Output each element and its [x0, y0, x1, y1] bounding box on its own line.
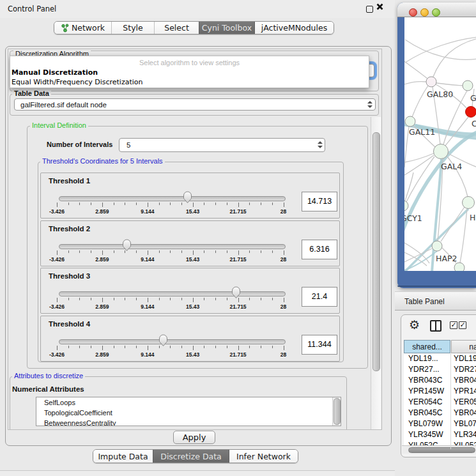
- minor-tick: [170, 250, 171, 253]
- float-window-icon[interactable]: [366, 6, 373, 13]
- tick-label: 21.715: [230, 303, 247, 310]
- table-row[interactable]: YBR043CYBR043C: [404, 375, 476, 386]
- table-row[interactable]: YIL052CYIL052C: [404, 440, 476, 445]
- slider-track[interactable]: [59, 244, 286, 249]
- dropdown-option[interactable]: Manual Discretization: [12, 68, 98, 77]
- network-canvas[interactable]: GAL80G.CGAL11GAL4GCY1HHAP2: [404, 17, 476, 271]
- network-node[interactable]: [432, 241, 442, 251]
- settings-scrollbar-thumb[interactable]: [372, 132, 380, 371]
- gray-edge[interactable]: [404, 61, 427, 79]
- major-tick: [193, 346, 194, 350]
- tab-jactivemnodules[interactable]: jActiveMNodules: [254, 22, 334, 34]
- table-row[interactable]: YLR345WYLR345W: [404, 429, 476, 440]
- tab-discretize-data[interactable]: Discretize Data: [153, 450, 229, 463]
- minor-tick: [249, 346, 250, 348]
- major-tick: [148, 346, 148, 350]
- threshold-value[interactable]: 11.344: [302, 335, 337, 355]
- cell-name: YDL19...: [450, 353, 476, 364]
- table-row[interactable]: YDL19...YDL19...: [404, 353, 476, 364]
- zoom-traffic-light[interactable]: [432, 8, 440, 17]
- table-data-combobox[interactable]: galFiltered.sif default node: [14, 98, 376, 111]
- gray-edge[interactable]: [404, 153, 434, 162]
- spinner-arrows-icon[interactable]: [318, 141, 323, 148]
- combobox-arrows-icon[interactable]: [367, 101, 372, 108]
- major-tick: [284, 298, 284, 302]
- threshold-label: Threshold 4: [49, 320, 90, 328]
- network-node[interactable]: [434, 144, 449, 159]
- cell-shared-name: YBL079W: [404, 418, 450, 429]
- slider-thumb[interactable]: [231, 286, 241, 301]
- gray-edge[interactable]: [412, 86, 428, 117]
- threshold-label: Threshold 3: [49, 272, 90, 280]
- gray-edge[interactable]: [433, 38, 476, 77]
- horizontal-scrollbar[interactable]: [402, 445, 476, 454]
- gray-edge[interactable]: [405, 37, 476, 63]
- column-header-name[interactable]: na...: [451, 340, 476, 353]
- attribute-item[interactable]: TopologicalCoefficient: [36, 408, 341, 418]
- table-row[interactable]: YBL079WYBL079W: [404, 418, 476, 429]
- tick-label: 15.43: [186, 208, 199, 215]
- gray-edge[interactable]: [404, 155, 434, 175]
- threshold-value[interactable]: 6.316: [302, 240, 337, 259]
- checkbox-icon[interactable]: ✓: [450, 321, 457, 329]
- slider-thumb[interactable]: [158, 334, 168, 349]
- table-row[interactable]: YBR045CYBR045C: [404, 408, 476, 418]
- major-tick: [57, 346, 58, 350]
- tab-style[interactable]: Style: [111, 22, 154, 34]
- close-traffic-light[interactable]: [409, 8, 417, 17]
- table-row[interactable]: YPR145WYPR145W: [404, 386, 476, 397]
- thresholds-group-label: Threshold's Coordinates for 5 Intervals: [40, 157, 165, 165]
- slider-track[interactable]: [59, 339, 286, 344]
- slider-track[interactable]: [59, 196, 286, 201]
- gray-edge[interactable]: [436, 83, 463, 86]
- gray-edge[interactable]: [441, 207, 464, 242]
- major-tick: [238, 203, 239, 207]
- network-node[interactable]: [463, 81, 473, 91]
- left-bottom-strip: [0, 470, 395, 476]
- dropdown-option[interactable]: Equal Width/Frequency Discretization: [12, 78, 143, 86]
- tab-network[interactable]: Network: [54, 22, 111, 34]
- split-columns-icon[interactable]: [430, 320, 441, 332]
- checkbox-icon[interactable]: ✓: [459, 321, 466, 329]
- network-node[interactable]: [405, 116, 415, 127]
- network-node[interactable]: [404, 201, 408, 211]
- column-header-shared-name[interactable]: shared...: [404, 340, 450, 353]
- control-panel: Control Panel NetworkStyleSelectCyni Too…: [0, 0, 395, 476]
- threshold-panel: Threshold 3-3.4262.8599.14415.4321.71528…: [40, 268, 340, 314]
- tab-select[interactable]: Select: [154, 22, 199, 34]
- minor-tick: [159, 250, 160, 253]
- slider-thumb[interactable]: [183, 190, 192, 206]
- threshold-value[interactable]: 14.713: [302, 192, 337, 211]
- minor-tick: [272, 346, 273, 348]
- threshold-value[interactable]: 21.4: [302, 287, 337, 307]
- slider-thumb[interactable]: [122, 238, 132, 254]
- minor-tick: [125, 298, 125, 300]
- major-tick: [284, 203, 284, 207]
- list-scrollbar-thumb[interactable]: [334, 398, 341, 425]
- network-node[interactable]: [463, 197, 475, 209]
- apply-button[interactable]: Apply: [173, 431, 215, 444]
- tab-impute-data[interactable]: Impute Data: [93, 450, 153, 463]
- minor-tick: [114, 298, 114, 300]
- control-panel-tabs: NetworkStyleSelectCyni ToolboxjActiveMNo…: [54, 21, 334, 35]
- gear-icon[interactable]: ⚙: [409, 318, 420, 332]
- attribute-item[interactable]: SelfLoops: [36, 397, 341, 408]
- attribute-item[interactable]: BetweennessCentrality: [36, 418, 341, 426]
- tab-cyni-toolbox[interactable]: Cyni Toolbox: [199, 22, 254, 34]
- cell-shared-name: YBR043C: [404, 375, 450, 386]
- gray-edge[interactable]: [404, 82, 426, 84]
- tab-infer-network[interactable]: Infer Network: [229, 450, 298, 463]
- slider-track[interactable]: [59, 291, 286, 296]
- table-row[interactable]: YER054CYER054C: [404, 397, 476, 408]
- table-row[interactable]: YDR27...YDR27...: [404, 364, 476, 375]
- network-node[interactable]: [426, 77, 436, 87]
- column-separator: [450, 353, 451, 449]
- network-node[interactable]: [454, 263, 464, 271]
- horizontal-scrollbar-thumb[interactable]: [408, 447, 475, 453]
- minor-tick: [204, 346, 204, 348]
- minor-tick: [204, 298, 204, 300]
- close-icon[interactable]: [376, 3, 383, 12]
- network-node[interactable]: [466, 107, 476, 118]
- number-of-intervals-spinner[interactable]: 5: [119, 138, 325, 152]
- minimize-traffic-light[interactable]: [420, 8, 429, 17]
